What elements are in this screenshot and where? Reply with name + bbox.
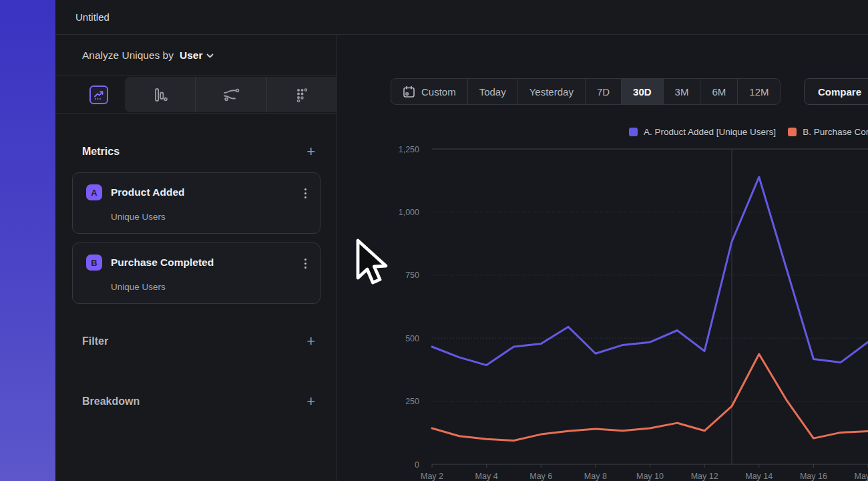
metric-menu-button[interactable] bbox=[304, 259, 306, 269]
chart-canvas: 02505007501,0001,250May 2May 4May 6May 8… bbox=[337, 120, 868, 481]
x-axis-label: May 10 bbox=[636, 472, 664, 481]
line-chart[interactable]: 02505007501,0001,250May 2May 4May 6May 8… bbox=[337, 120, 868, 481]
add-filter-button[interactable]: + bbox=[306, 336, 315, 347]
range-30d-selected[interactable]: 30D bbox=[621, 79, 663, 104]
series-line bbox=[432, 354, 868, 441]
metric-card-b[interactable]: B Purchase Completed Unique Users bbox=[72, 243, 320, 304]
report-title[interactable]: Untitled bbox=[75, 0, 110, 35]
y-axis-label: 0 bbox=[415, 460, 419, 470]
x-axis-label: May 14 bbox=[745, 472, 773, 481]
add-metric-button[interactable]: + bbox=[306, 146, 315, 157]
breakdown-section-header: Breakdown + bbox=[82, 395, 315, 408]
metrics-heading: Metrics bbox=[82, 146, 120, 158]
range-yesterday[interactable]: Yesterday bbox=[517, 79, 585, 104]
app-window: Untitled Analyze Uniques by User bbox=[0, 0, 868, 481]
report-type-tabbar bbox=[55, 75, 337, 114]
y-axis-label: 250 bbox=[405, 397, 419, 406]
range-6m[interactable]: 6M bbox=[700, 79, 737, 104]
report-type-tabs bbox=[125, 77, 337, 112]
compare-button[interactable]: Compare bbox=[804, 78, 868, 105]
x-axis-label: May 2 bbox=[421, 472, 443, 481]
x-axis-label: May 8 bbox=[584, 472, 607, 481]
metric-badge-a: A bbox=[86, 184, 102, 200]
range-custom[interactable]: Custom bbox=[391, 79, 467, 104]
range-7d[interactable]: 7D bbox=[585, 79, 621, 104]
breakdown-heading: Breakdown bbox=[82, 395, 140, 408]
retention-icon bbox=[294, 87, 310, 103]
metric-card-a[interactable]: A Product Added Unique Users bbox=[72, 172, 320, 234]
calendar-icon bbox=[403, 86, 415, 98]
metric-menu-button[interactable] bbox=[304, 188, 306, 198]
metric-name: Product Added bbox=[111, 186, 185, 198]
x-axis-label: May 18 bbox=[855, 472, 868, 481]
tab-retention[interactable] bbox=[266, 77, 337, 112]
series-line bbox=[432, 177, 868, 365]
metrics-section-header: Metrics + bbox=[82, 146, 315, 158]
filter-section-header: Filter + bbox=[82, 335, 315, 347]
range-12m[interactable]: 12M bbox=[737, 79, 780, 104]
metric-measurement[interactable]: Unique Users bbox=[111, 282, 166, 292]
tab-funnels[interactable] bbox=[125, 77, 195, 112]
y-axis-label: 500 bbox=[405, 334, 419, 343]
range-today[interactable]: Today bbox=[467, 79, 517, 104]
analyze-row: Analyze Uniques by User bbox=[55, 35, 337, 75]
metric-measurement[interactable]: Unique Users bbox=[111, 212, 166, 222]
y-axis-label: 1,250 bbox=[399, 145, 419, 154]
filter-heading: Filter bbox=[82, 335, 108, 347]
x-axis-label: May 12 bbox=[691, 472, 718, 481]
tab-insights[interactable] bbox=[73, 77, 125, 112]
x-axis-label: May 6 bbox=[529, 472, 552, 481]
brand-gradient-strip bbox=[0, 0, 55, 481]
flows-icon bbox=[222, 87, 240, 103]
funnels-icon bbox=[152, 87, 168, 103]
y-axis-label: 750 bbox=[405, 271, 419, 280]
metric-badge-b: B bbox=[86, 255, 102, 271]
date-range-selector: Custom Today Yesterday 7D 30D 3M 6M 12M bbox=[391, 78, 781, 105]
analyze-by-value: User bbox=[180, 49, 202, 61]
x-axis-label: May 4 bbox=[475, 472, 498, 481]
chevron-down-icon bbox=[206, 53, 214, 58]
top-bar: Untitled bbox=[55, 0, 868, 35]
query-sidebar: Analyze Uniques by User bbox=[55, 35, 337, 481]
tab-flows[interactable] bbox=[195, 77, 266, 112]
add-breakdown-button[interactable]: + bbox=[306, 396, 315, 407]
range-3m[interactable]: 3M bbox=[663, 79, 700, 104]
metric-name: Purchase Completed bbox=[111, 257, 214, 269]
analyze-by-dropdown[interactable]: User bbox=[180, 49, 214, 61]
insights-icon bbox=[89, 86, 108, 104]
analyze-label: Analyze Uniques by bbox=[82, 49, 174, 61]
range-label: Custom bbox=[421, 86, 456, 98]
x-axis-label: May 16 bbox=[800, 472, 827, 481]
y-axis-label: 1,000 bbox=[399, 208, 419, 217]
